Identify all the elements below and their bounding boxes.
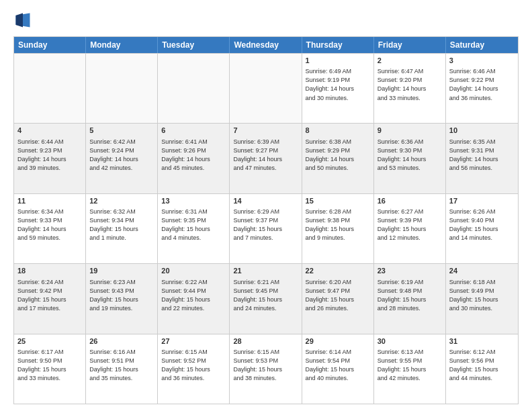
day-number: 16 xyxy=(378,196,442,206)
calendar-header-wednesday: Wednesday xyxy=(230,37,302,53)
day-number: 24 xyxy=(449,266,515,276)
calendar-day-23: 23Sunrise: 6:19 AM Sunset: 9:48 PM Dayli… xyxy=(374,264,446,333)
calendar-empty-cell xyxy=(158,54,230,123)
calendar-header-monday: Monday xyxy=(86,37,158,53)
calendar-row-4: 18Sunrise: 6:24 AM Sunset: 9:42 PM Dayli… xyxy=(14,263,518,333)
calendar-day-22: 22Sunrise: 6:20 AM Sunset: 9:47 PM Dayli… xyxy=(302,264,374,333)
day-info: Sunrise: 6:35 AM Sunset: 9:31 PM Dayligh… xyxy=(449,138,515,173)
calendar-day-14: 14Sunrise: 6:29 AM Sunset: 9:37 PM Dayli… xyxy=(230,194,302,263)
logo xyxy=(13,11,35,30)
page: SundayMondayTuesdayWednesdayThursdayFrid… xyxy=(0,0,532,411)
calendar-day-2: 2Sunrise: 6:47 AM Sunset: 9:20 PM Daylig… xyxy=(374,54,446,123)
day-info: Sunrise: 6:26 AM Sunset: 9:40 PM Dayligh… xyxy=(449,208,515,242)
day-info: Sunrise: 6:42 AM Sunset: 9:24 PM Dayligh… xyxy=(89,138,154,173)
calendar-day-19: 19Sunrise: 6:23 AM Sunset: 9:43 PM Dayli… xyxy=(86,264,158,333)
calendar-day-7: 7Sunrise: 6:39 AM Sunset: 9:27 PM Daylig… xyxy=(230,124,302,193)
day-info: Sunrise: 6:36 AM Sunset: 9:30 PM Dayligh… xyxy=(378,138,442,173)
day-number: 29 xyxy=(306,336,370,347)
calendar-day-11: 11Sunrise: 6:34 AM Sunset: 9:33 PM Dayli… xyxy=(14,194,86,263)
day-info: Sunrise: 6:41 AM Sunset: 9:26 PM Dayligh… xyxy=(161,138,226,173)
day-number: 13 xyxy=(161,196,226,206)
calendar-empty-cell xyxy=(14,54,86,123)
calendar-day-30: 30Sunrise: 6:13 AM Sunset: 9:55 PM Dayli… xyxy=(374,334,446,404)
calendar-header: SundayMondayTuesdayWednesdayThursdayFrid… xyxy=(14,37,518,53)
day-info: Sunrise: 6:34 AM Sunset: 9:33 PM Dayligh… xyxy=(17,208,82,242)
day-number: 23 xyxy=(378,266,442,276)
calendar-day-31: 31Sunrise: 6:12 AM Sunset: 9:56 PM Dayli… xyxy=(446,334,518,404)
day-number: 17 xyxy=(449,196,515,206)
day-number: 22 xyxy=(306,266,370,276)
calendar-row-5: 25Sunrise: 6:17 AM Sunset: 9:50 PM Dayli… xyxy=(14,334,518,404)
day-number: 30 xyxy=(378,336,442,347)
calendar-day-28: 28Sunrise: 6:15 AM Sunset: 9:53 PM Dayli… xyxy=(230,334,302,404)
day-number: 4 xyxy=(17,126,82,136)
day-info: Sunrise: 6:18 AM Sunset: 9:49 PM Dayligh… xyxy=(449,278,515,313)
day-number: 2 xyxy=(378,56,442,66)
day-info: Sunrise: 6:14 AM Sunset: 9:54 PM Dayligh… xyxy=(306,348,370,383)
calendar-day-8: 8Sunrise: 6:38 AM Sunset: 9:29 PM Daylig… xyxy=(302,124,374,193)
calendar-day-16: 16Sunrise: 6:27 AM Sunset: 9:39 PM Dayli… xyxy=(374,194,446,263)
calendar-body: 1Sunrise: 6:49 AM Sunset: 9:19 PM Daylig… xyxy=(14,53,518,404)
svg-marker-2 xyxy=(16,13,24,28)
calendar-day-25: 25Sunrise: 6:17 AM Sunset: 9:50 PM Dayli… xyxy=(14,334,86,404)
calendar-header-tuesday: Tuesday xyxy=(158,37,230,53)
day-number: 20 xyxy=(161,266,226,276)
day-number: 9 xyxy=(378,126,442,136)
calendar-day-18: 18Sunrise: 6:24 AM Sunset: 9:42 PM Dayli… xyxy=(14,264,86,333)
day-info: Sunrise: 6:22 AM Sunset: 9:44 PM Dayligh… xyxy=(161,278,226,313)
day-number: 25 xyxy=(17,336,82,347)
calendar-day-20: 20Sunrise: 6:22 AM Sunset: 9:44 PM Dayli… xyxy=(158,264,230,333)
day-info: Sunrise: 6:16 AM Sunset: 9:51 PM Dayligh… xyxy=(89,348,154,383)
day-info: Sunrise: 6:15 AM Sunset: 9:53 PM Dayligh… xyxy=(233,348,298,383)
day-number: 8 xyxy=(306,126,370,136)
day-info: Sunrise: 6:15 AM Sunset: 9:52 PM Dayligh… xyxy=(161,348,226,383)
day-info: Sunrise: 6:32 AM Sunset: 9:34 PM Dayligh… xyxy=(89,208,154,242)
day-number: 6 xyxy=(161,126,226,136)
calendar-day-3: 3Sunrise: 6:46 AM Sunset: 9:22 PM Daylig… xyxy=(446,54,518,123)
calendar-row-3: 11Sunrise: 6:34 AM Sunset: 9:33 PM Dayli… xyxy=(14,193,518,263)
day-info: Sunrise: 6:13 AM Sunset: 9:55 PM Dayligh… xyxy=(378,348,442,383)
day-info: Sunrise: 6:47 AM Sunset: 9:20 PM Dayligh… xyxy=(378,67,442,102)
calendar-day-15: 15Sunrise: 6:28 AM Sunset: 9:38 PM Dayli… xyxy=(302,194,374,263)
calendar-row-1: 1Sunrise: 6:49 AM Sunset: 9:19 PM Daylig… xyxy=(14,53,518,123)
day-number: 18 xyxy=(17,266,82,276)
day-info: Sunrise: 6:39 AM Sunset: 9:27 PM Dayligh… xyxy=(233,138,298,173)
day-number: 10 xyxy=(449,126,515,136)
calendar-day-5: 5Sunrise: 6:42 AM Sunset: 9:24 PM Daylig… xyxy=(86,124,158,193)
day-number: 1 xyxy=(306,56,370,66)
day-number: 5 xyxy=(89,126,154,136)
day-info: Sunrise: 6:17 AM Sunset: 9:50 PM Dayligh… xyxy=(17,348,82,383)
calendar-day-24: 24Sunrise: 6:18 AM Sunset: 9:49 PM Dayli… xyxy=(446,264,518,333)
day-info: Sunrise: 6:20 AM Sunset: 9:47 PM Dayligh… xyxy=(306,278,370,313)
calendar-day-29: 29Sunrise: 6:14 AM Sunset: 9:54 PM Dayli… xyxy=(302,334,374,404)
calendar-day-13: 13Sunrise: 6:31 AM Sunset: 9:35 PM Dayli… xyxy=(158,194,230,263)
calendar-day-27: 27Sunrise: 6:15 AM Sunset: 9:52 PM Dayli… xyxy=(158,334,230,404)
day-number: 11 xyxy=(17,196,82,206)
day-info: Sunrise: 6:19 AM Sunset: 9:48 PM Dayligh… xyxy=(378,278,442,313)
calendar-header-sunday: Sunday xyxy=(14,37,86,53)
day-number: 7 xyxy=(233,126,298,136)
day-info: Sunrise: 6:27 AM Sunset: 9:39 PM Dayligh… xyxy=(378,208,442,242)
day-number: 12 xyxy=(89,196,154,206)
calendar-empty-cell xyxy=(86,54,158,123)
calendar-day-21: 21Sunrise: 6:21 AM Sunset: 9:45 PM Dayli… xyxy=(230,264,302,333)
calendar-day-17: 17Sunrise: 6:26 AM Sunset: 9:40 PM Dayli… xyxy=(446,194,518,263)
day-info: Sunrise: 6:28 AM Sunset: 9:38 PM Dayligh… xyxy=(306,208,370,242)
calendar-header-friday: Friday xyxy=(374,37,446,53)
day-number: 31 xyxy=(449,336,515,347)
calendar-day-10: 10Sunrise: 6:35 AM Sunset: 9:31 PM Dayli… xyxy=(446,124,518,193)
day-number: 21 xyxy=(233,266,298,276)
calendar-day-4: 4Sunrise: 6:44 AM Sunset: 9:23 PM Daylig… xyxy=(14,124,86,193)
day-number: 15 xyxy=(306,196,370,206)
day-info: Sunrise: 6:44 AM Sunset: 9:23 PM Dayligh… xyxy=(17,138,82,173)
header xyxy=(13,11,519,30)
day-info: Sunrise: 6:23 AM Sunset: 9:43 PM Dayligh… xyxy=(89,278,154,313)
day-number: 19 xyxy=(89,266,154,276)
calendar-empty-cell xyxy=(230,54,302,123)
day-info: Sunrise: 6:21 AM Sunset: 9:45 PM Dayligh… xyxy=(233,278,298,313)
day-info: Sunrise: 6:29 AM Sunset: 9:37 PM Dayligh… xyxy=(233,208,298,242)
generalblue-logo-icon xyxy=(13,11,32,30)
day-number: 28 xyxy=(233,336,298,347)
calendar-header-thursday: Thursday xyxy=(302,37,374,53)
day-info: Sunrise: 6:24 AM Sunset: 9:42 PM Dayligh… xyxy=(17,278,82,313)
